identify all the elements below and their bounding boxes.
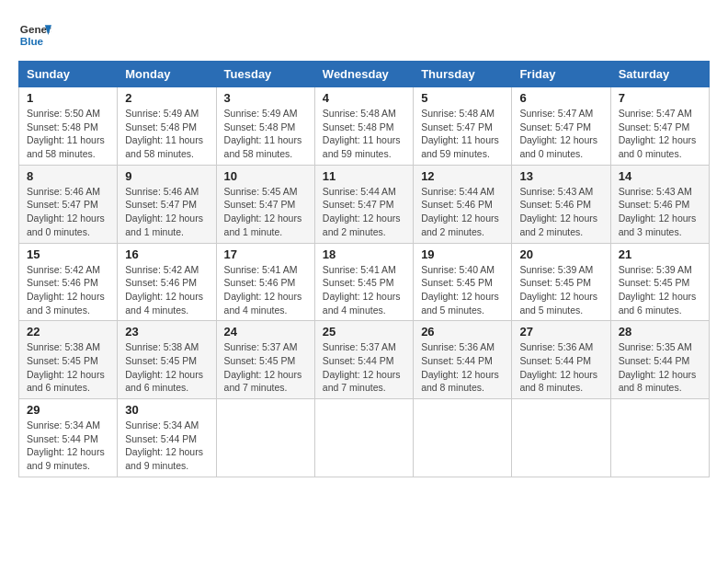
day-number: 8 — [27, 169, 109, 183]
daylight: Daylight: 12 hours and 2 minutes. — [519, 213, 597, 237]
day-info: Sunrise: 5:46 AM Sunset: 5:47 PM Dayligh… — [27, 185, 109, 239]
day-number: 7 — [619, 91, 701, 105]
day-info: Sunrise: 5:43 AM Sunset: 5:46 PM Dayligh… — [619, 185, 701, 239]
day-info: Sunrise: 5:45 AM Sunset: 5:47 PM Dayligh… — [224, 185, 307, 239]
col-header-wednesday: Wednesday — [314, 62, 413, 87]
day-number: 18 — [323, 247, 405, 261]
sunset: Sunset: 5:44 PM — [421, 355, 493, 366]
calendar-day-3: 3 Sunrise: 5:49 AM Sunset: 5:48 PM Dayli… — [216, 87, 314, 166]
calendar-day-15: 15 Sunrise: 5:42 AM Sunset: 5:46 PM Dayl… — [19, 243, 118, 321]
sunrise: Sunrise: 5:34 AM — [125, 419, 199, 431]
day-info: Sunrise: 5:49 AM Sunset: 5:48 PM Dayligh… — [125, 107, 208, 161]
sunset: Sunset: 5:47 PM — [125, 199, 197, 210]
calendar-day-19: 19 Sunrise: 5:40 AM Sunset: 5:45 PM Dayl… — [414, 243, 512, 321]
sunrise: Sunrise: 5:46 AM — [125, 186, 199, 197]
daylight: Daylight: 12 hours and 2 minutes. — [323, 213, 401, 237]
day-info: Sunrise: 5:36 AM Sunset: 5:44 PM Dayligh… — [421, 340, 504, 395]
sunrise: Sunrise: 5:36 AM — [519, 341, 593, 352]
sunrise: Sunrise: 5:41 AM — [224, 264, 298, 275]
sunset: Sunset: 5:48 PM — [224, 121, 296, 132]
calendar-day-22: 22 Sunrise: 5:38 AM Sunset: 5:45 PM Dayl… — [19, 321, 118, 399]
daylight: Daylight: 12 hours and 4 minutes. — [125, 291, 203, 316]
daylight: Daylight: 12 hours and 7 minutes. — [224, 369, 302, 394]
daylight: Daylight: 12 hours and 5 minutes. — [421, 291, 499, 316]
day-info: Sunrise: 5:47 AM Sunset: 5:47 PM Dayligh… — [519, 107, 602, 161]
sunset: Sunset: 5:46 PM — [27, 277, 98, 288]
day-info: Sunrise: 5:44 AM Sunset: 5:46 PM Dayligh… — [421, 185, 504, 239]
sunset: Sunset: 5:46 PM — [224, 277, 296, 288]
calendar-day-25: 25 Sunrise: 5:37 AM Sunset: 5:44 PM Dayl… — [314, 321, 413, 399]
daylight: Daylight: 12 hours and 4 minutes. — [323, 291, 401, 316]
sunrise: Sunrise: 5:47 AM — [519, 108, 593, 119]
sunrise: Sunrise: 5:34 AM — [27, 419, 100, 431]
calendar-day-7: 7 Sunrise: 5:47 AM Sunset: 5:47 PM Dayli… — [610, 87, 709, 166]
daylight: Daylight: 12 hours and 8 minutes. — [421, 369, 499, 394]
daylight: Daylight: 12 hours and 6 minutes. — [125, 369, 203, 394]
calendar-day-27: 27 Sunrise: 5:36 AM Sunset: 5:44 PM Dayl… — [512, 321, 610, 399]
day-info: Sunrise: 5:41 AM Sunset: 5:46 PM Dayligh… — [224, 263, 307, 317]
day-number: 19 — [421, 247, 504, 261]
day-info: Sunrise: 5:46 AM Sunset: 5:47 PM Dayligh… — [125, 185, 208, 239]
logo: General Blue — [18, 18, 51, 52]
daylight: Daylight: 12 hours and 1 minute. — [125, 213, 203, 237]
day-number: 3 — [224, 91, 307, 105]
empty-cell — [314, 399, 413, 477]
day-number: 22 — [27, 325, 109, 339]
day-info: Sunrise: 5:34 AM Sunset: 5:44 PM Dayligh… — [27, 419, 109, 473]
sunset: Sunset: 5:48 PM — [27, 121, 98, 132]
empty-cell — [512, 399, 610, 477]
day-info: Sunrise: 5:36 AM Sunset: 5:44 PM Dayligh… — [519, 340, 602, 395]
calendar-day-14: 14 Sunrise: 5:43 AM Sunset: 5:46 PM Dayl… — [610, 165, 709, 243]
sunset: Sunset: 5:44 PM — [125, 433, 197, 444]
calendar-day-18: 18 Sunrise: 5:41 AM Sunset: 5:45 PM Dayl… — [314, 243, 413, 321]
sunset: Sunset: 5:44 PM — [519, 355, 591, 366]
sunrise: Sunrise: 5:40 AM — [421, 264, 495, 275]
empty-cell — [610, 399, 709, 477]
day-number: 25 — [323, 325, 405, 339]
logo-icon: General Blue — [18, 18, 51, 52]
daylight: Daylight: 12 hours and 0 minutes. — [619, 134, 697, 159]
daylight: Daylight: 12 hours and 9 minutes. — [125, 446, 203, 471]
sunset: Sunset: 5:45 PM — [619, 277, 690, 288]
day-number: 26 — [421, 325, 504, 339]
daylight: Daylight: 11 hours and 59 minutes. — [323, 134, 401, 159]
day-number: 29 — [27, 403, 109, 417]
sunset: Sunset: 5:46 PM — [125, 277, 197, 288]
daylight: Daylight: 12 hours and 2 minutes. — [421, 213, 499, 237]
daylight: Daylight: 12 hours and 1 minute. — [224, 213, 302, 237]
day-number: 21 — [619, 247, 701, 261]
calendar-day-1: 1 Sunrise: 5:50 AM Sunset: 5:48 PM Dayli… — [19, 87, 118, 166]
day-info: Sunrise: 5:48 AM Sunset: 5:48 PM Dayligh… — [323, 107, 405, 161]
empty-cell — [414, 399, 512, 477]
empty-cell — [216, 399, 314, 477]
col-header-thursday: Thursday — [414, 62, 512, 87]
day-number: 28 — [619, 325, 701, 339]
calendar-day-20: 20 Sunrise: 5:39 AM Sunset: 5:45 PM Dayl… — [512, 243, 610, 321]
daylight: Daylight: 11 hours and 58 minutes. — [27, 134, 105, 159]
col-header-friday: Friday — [512, 62, 610, 87]
day-info: Sunrise: 5:47 AM Sunset: 5:47 PM Dayligh… — [619, 107, 701, 161]
sunrise: Sunrise: 5:44 AM — [421, 186, 495, 197]
sunrise: Sunrise: 5:37 AM — [224, 341, 298, 352]
day-number: 6 — [519, 91, 602, 105]
sunset: Sunset: 5:47 PM — [224, 199, 296, 210]
calendar-day-24: 24 Sunrise: 5:37 AM Sunset: 5:45 PM Dayl… — [216, 321, 314, 399]
sunset: Sunset: 5:44 PM — [27, 433, 98, 444]
day-number: 24 — [224, 325, 307, 339]
sunset: Sunset: 5:47 PM — [421, 121, 493, 132]
sunrise: Sunrise: 5:49 AM — [224, 108, 298, 119]
sunrise: Sunrise: 5:35 AM — [619, 341, 692, 352]
sunset: Sunset: 5:47 PM — [323, 199, 394, 210]
calendar-day-26: 26 Sunrise: 5:36 AM Sunset: 5:44 PM Dayl… — [414, 321, 512, 399]
day-info: Sunrise: 5:35 AM Sunset: 5:44 PM Dayligh… — [619, 340, 701, 395]
daylight: Daylight: 12 hours and 7 minutes. — [323, 369, 401, 394]
calendar-table: SundayMondayTuesdayWednesdayThursdayFrid… — [18, 61, 710, 477]
day-info: Sunrise: 5:38 AM Sunset: 5:45 PM Dayligh… — [125, 340, 208, 395]
calendar-day-9: 9 Sunrise: 5:46 AM Sunset: 5:47 PM Dayli… — [118, 165, 216, 243]
day-number: 23 — [125, 325, 208, 339]
sunset: Sunset: 5:46 PM — [619, 199, 690, 210]
day-number: 4 — [323, 91, 405, 105]
day-number: 9 — [125, 169, 208, 183]
svg-text:Blue: Blue — [20, 35, 44, 47]
sunset: Sunset: 5:45 PM — [421, 277, 493, 288]
